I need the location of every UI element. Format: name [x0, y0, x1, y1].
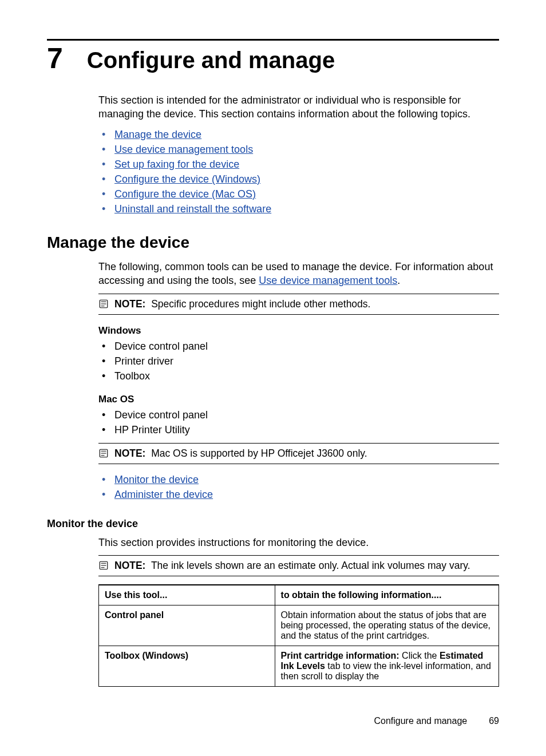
macos-heading: Mac OS: [98, 394, 499, 405]
list-item: Printer driver: [114, 355, 173, 367]
subsection-heading-monitor: Monitor the device: [47, 518, 499, 530]
sublink[interactable]: Administer the device: [114, 489, 213, 500]
note-text: Specific procedures might include other …: [151, 298, 370, 310]
table-row: Control panel Obtain information about t…: [99, 605, 499, 646]
page-footer: Configure and manage 69: [374, 716, 499, 726]
manage-para: The following, common tools can be used …: [98, 260, 499, 288]
sublink[interactable]: Monitor the device: [114, 474, 199, 485]
table-cell-info: Print cartridge information: Click the E…: [275, 646, 498, 686]
toc-link[interactable]: Configure the device (Windows): [114, 173, 260, 185]
toc-link[interactable]: Use device management tools: [114, 144, 253, 155]
note-label: NOTE:: [114, 298, 145, 310]
chapter-number: 7: [47, 44, 63, 73]
toc-link[interactable]: Manage the device: [114, 129, 201, 140]
monitor-table: Use this tool... to obtain the following…: [98, 584, 499, 687]
inline-link[interactable]: Use device management tools: [259, 275, 397, 286]
table-cell-tool: Toolbox (Windows): [99, 646, 275, 686]
toc-link[interactable]: Configure the device (Mac OS): [114, 188, 256, 200]
toc-link[interactable]: Set up faxing for the device: [114, 159, 239, 170]
toc-link[interactable]: Uninstall and reinstall the software: [114, 203, 271, 215]
toc-list: Manage the device Use device management …: [98, 127, 499, 217]
note-icon: [98, 560, 109, 571]
table-header: Use this tool...: [99, 585, 275, 605]
note-label: NOTE:: [114, 560, 145, 571]
table-cell-tool: Control panel: [99, 605, 275, 646]
windows-list: Device control panel Printer driver Tool…: [98, 339, 499, 383]
list-item: Toolbox: [114, 370, 150, 382]
note-text: Mac OS is supported by HP Officejet J360…: [151, 448, 367, 459]
note-text: The ink levels shown are an estimate onl…: [151, 560, 470, 571]
intro-text: This section is intended for the adminis…: [98, 93, 499, 121]
note-box: NOTE: The ink levels shown are an estima…: [98, 555, 499, 576]
table-row: Toolbox (Windows) Print cartridge inform…: [99, 646, 499, 686]
sublink-list: Monitor the device Administer the device: [98, 472, 499, 502]
chapter-title: Configure and manage: [87, 48, 335, 73]
monitor-para: This section provides instructions for m…: [98, 536, 499, 549]
footer-text: Configure and manage: [374, 716, 467, 726]
table-cell-info: Obtain information about the status of j…: [275, 605, 498, 646]
section-heading-manage: Manage the device: [47, 233, 499, 252]
note-icon: [98, 448, 109, 458]
note-box: NOTE: Mac OS is supported by HP Officeje…: [98, 443, 499, 464]
list-item: HP Printer Utility: [114, 424, 190, 436]
list-item: Device control panel: [114, 409, 208, 421]
macos-list: Device control panel HP Printer Utility: [98, 407, 499, 437]
note-icon: [98, 299, 109, 309]
note-label: NOTE:: [114, 448, 145, 459]
page-number: 69: [489, 716, 499, 726]
note-box: NOTE: Specific procedures might include …: [98, 294, 499, 315]
windows-heading: Windows: [98, 325, 499, 337]
table-header: to obtain the following information....: [275, 585, 498, 605]
list-item: Device control panel: [114, 341, 208, 352]
